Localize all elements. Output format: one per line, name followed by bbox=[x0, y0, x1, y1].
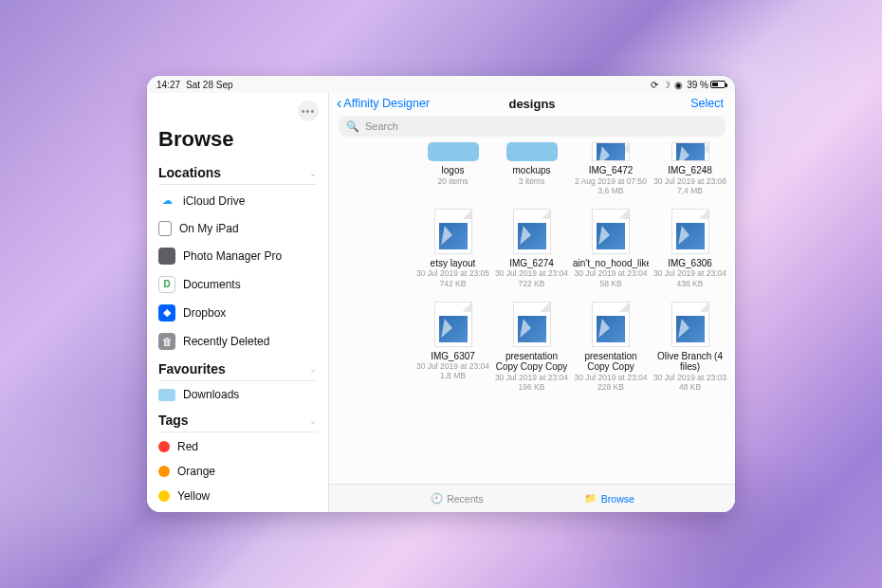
file-icon bbox=[434, 209, 472, 254]
divider bbox=[158, 184, 317, 185]
section-label: Tags bbox=[158, 413, 189, 428]
battery-indicator: 39 % bbox=[687, 80, 726, 90]
search-placeholder: Search bbox=[365, 120, 398, 132]
dropbox-icon: ◆ bbox=[158, 304, 175, 322]
item-meta: 30 Jul 2019 at 23:08 bbox=[653, 176, 726, 186]
folder-icon: 📁 bbox=[584, 493, 597, 505]
grid-item-file[interactable]: Olive Branch (4 files) 30 Jul 2019 at 23… bbox=[652, 302, 727, 392]
file-grid[interactable]: logos 20 items mockups 3 items IMG_6472 … bbox=[329, 142, 735, 484]
item-name: IMG_6274 bbox=[509, 258, 554, 269]
sidebar-item-label: Yellow bbox=[177, 489, 317, 503]
orientation-lock-icon: ⟳ bbox=[651, 80, 658, 90]
item-meta: 30 Jul 2019 at 23:04 bbox=[416, 361, 489, 371]
bottom-tab-bar: 🕘 Recents 📁 Browse bbox=[329, 484, 735, 512]
chevron-down-icon: ⌄ bbox=[309, 168, 317, 178]
sidebar-item-icloud-drive[interactable]: ☁︎ iCloud Drive bbox=[147, 187, 328, 215]
item-meta: 30 Jul 2019 at 23:05 bbox=[416, 268, 489, 278]
item-size: 1,8 MB bbox=[440, 371, 466, 380]
item-name: presentation Copy Copy bbox=[573, 351, 649, 373]
status-date: Sat 28 Sep bbox=[186, 80, 232, 90]
sidebar-title: Browse bbox=[147, 125, 328, 159]
item-name: etsy layout bbox=[431, 258, 476, 269]
status-time: 14:27 bbox=[156, 80, 180, 90]
grid-item-file[interactable]: presentation Copy Copy Copy 30 Jul 2019 … bbox=[494, 302, 569, 392]
item-meta: 30 Jul 2019 at 23:03 bbox=[653, 373, 726, 382]
grid-item-file[interactable]: presentation Copy Copy 30 Jul 2019 at 23… bbox=[573, 302, 649, 392]
item-name: IMG_6306 bbox=[668, 258, 712, 269]
folder-icon bbox=[428, 142, 479, 161]
item-size: 742 KB bbox=[440, 279, 467, 288]
documents-app-icon: D bbox=[158, 276, 175, 293]
sidebar-tag-red[interactable]: Red bbox=[147, 434, 328, 459]
grid-item-folder[interactable]: logos 20 items bbox=[415, 142, 490, 195]
more-button[interactable]: ••• bbox=[298, 101, 319, 121]
tag-dot-icon bbox=[158, 441, 170, 452]
sidebar-item-documents[interactable]: D Documents bbox=[147, 270, 328, 299]
sidebar-item-on-my-ipad[interactable]: On My iPad bbox=[147, 215, 328, 242]
tab-browse[interactable]: 📁 Browse bbox=[584, 493, 634, 505]
sidebar-item-label: Orange bbox=[177, 465, 317, 478]
back-button[interactable]: ‹ Affinity Designer bbox=[337, 96, 430, 111]
icloud-icon: ☁︎ bbox=[158, 193, 175, 210]
clock-icon: 🕘 bbox=[430, 493, 443, 505]
item-meta: 30 Jul 2019 at 23:04 bbox=[574, 268, 647, 278]
grid-item-file[interactable]: IMG_6274 30 Jul 2019 at 23:04 722 KB bbox=[494, 209, 569, 288]
nav-bar: ‹ Affinity Designer designs Select bbox=[329, 93, 735, 112]
item-name: IMG_6248 bbox=[668, 165, 712, 176]
grid-item-file[interactable]: ain't_no_hood_like_fatherhood 30 Jul 201… bbox=[573, 209, 649, 288]
ipad-icon bbox=[158, 221, 172, 236]
sidebar-item-label: iCloud Drive bbox=[183, 194, 317, 208]
tab-label: Recents bbox=[447, 493, 484, 505]
item-size: 7,4 MB bbox=[677, 186, 703, 195]
trash-icon: 🗑 bbox=[158, 333, 175, 350]
grid-item-file[interactable]: IMG_6306 30 Jul 2019 at 23:04 438 KB bbox=[652, 209, 727, 288]
sidebar-item-downloads[interactable]: Downloads bbox=[147, 382, 328, 407]
sidebar-tag-yellow[interactable]: Yellow bbox=[147, 484, 328, 508]
app-icon bbox=[158, 248, 175, 265]
grid-item-file[interactable]: IMG_6472 2 Aug 2019 at 07:50 3,6 MB bbox=[573, 142, 649, 195]
item-meta: 30 Jul 2019 at 23:04 bbox=[495, 268, 568, 278]
section-tags[interactable]: Tags ⌄ bbox=[147, 407, 328, 430]
tab-recents[interactable]: 🕘 Recents bbox=[430, 493, 484, 505]
sidebar-item-photo-manager-pro[interactable]: Photo Manager Pro bbox=[147, 242, 328, 270]
item-meta: 3 items bbox=[519, 176, 544, 186]
file-icon bbox=[592, 209, 630, 254]
search-input[interactable]: 🔍 Search bbox=[339, 116, 726, 137]
tag-dot-icon bbox=[158, 490, 170, 502]
item-meta: 20 items bbox=[437, 176, 468, 186]
file-icon bbox=[592, 302, 630, 347]
sidebar-item-label: Dropbox bbox=[183, 306, 317, 320]
grid-item-file[interactable]: etsy layout 30 Jul 2019 at 23:05 742 KB bbox=[415, 209, 490, 288]
section-label: Locations bbox=[158, 165, 221, 180]
item-name: mockups bbox=[512, 165, 550, 176]
item-name: ain't_no_hood_like_fatherhood bbox=[573, 258, 649, 269]
sidebar-tag-orange[interactable]: Orange bbox=[147, 459, 328, 484]
item-name: logos bbox=[442, 165, 465, 176]
sidebar-item-recently-deleted[interactable]: 🗑 Recently Deleted bbox=[147, 327, 328, 356]
sidebar-item-label: On My iPad bbox=[179, 222, 317, 235]
sidebar: ••• Browse Locations ⌄ ☁︎ iCloud Drive O… bbox=[147, 93, 329, 512]
grid-item-folder[interactable]: mockups 3 items bbox=[494, 142, 569, 195]
item-size: 438 KB bbox=[677, 279, 704, 288]
sidebar-item-label: Photo Manager Pro bbox=[183, 249, 317, 263]
item-size: 58 KB bbox=[599, 279, 621, 288]
grid-item-file[interactable]: IMG_6248 30 Jul 2019 at 23:08 7,4 MB bbox=[652, 142, 727, 195]
file-icon bbox=[513, 302, 551, 347]
sidebar-item-dropbox[interactable]: ◆ Dropbox bbox=[147, 299, 328, 327]
item-size: 228 KB bbox=[597, 382, 624, 392]
item-size: 3,6 MB bbox=[598, 186, 624, 195]
file-icon bbox=[671, 302, 709, 347]
item-meta: 30 Jul 2019 at 23:04 bbox=[653, 268, 726, 278]
select-button[interactable]: Select bbox=[690, 97, 724, 110]
chevron-down-icon: ⌄ bbox=[309, 363, 317, 374]
item-size: 196 KB bbox=[519, 382, 545, 392]
main-pane: ‹ Affinity Designer designs Select 🔍 Sea… bbox=[329, 93, 735, 512]
file-icon bbox=[513, 209, 551, 254]
section-favourites[interactable]: Favourites ⌄ bbox=[147, 356, 328, 378]
item-meta: 30 Jul 2019 at 23:04 bbox=[495, 373, 568, 382]
item-name: Olive Branch (4 files) bbox=[652, 351, 727, 373]
folder-icon bbox=[158, 389, 175, 401]
section-locations[interactable]: Locations ⌄ bbox=[147, 159, 328, 182]
sidebar-item-label: Recently Deleted bbox=[183, 335, 317, 348]
grid-item-file[interactable]: IMG_6307 30 Jul 2019 at 23:04 1,8 MB bbox=[415, 302, 490, 392]
